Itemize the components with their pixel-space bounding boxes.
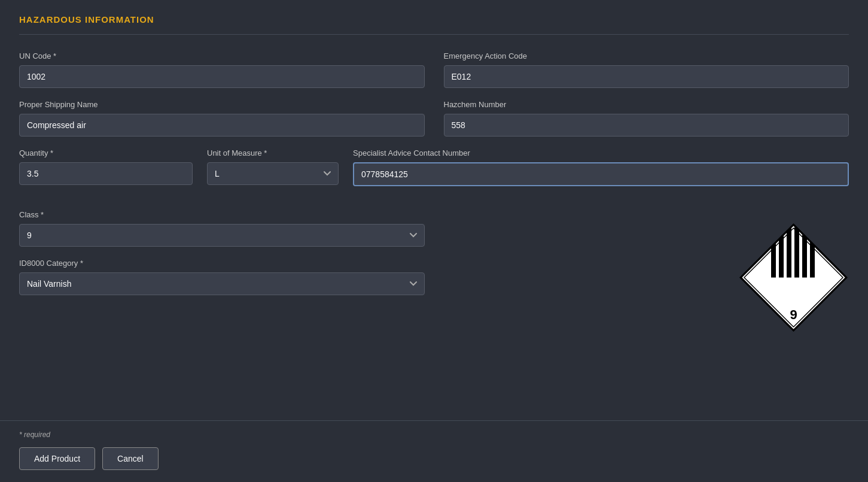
quantity-label: Quantity * (19, 148, 193, 157)
id8000-group: ID8000 Category * Nail Varnish Other (19, 259, 425, 295)
unit-of-measure-select[interactable]: L KG G (207, 162, 339, 185)
proper-shipping-name-input[interactable] (19, 114, 425, 137)
unit-of-measure-group: Unit of Measure * L KG G (207, 148, 339, 186)
quantity-input[interactable] (19, 162, 193, 185)
svg-rect-4 (771, 225, 776, 279)
un-code-group: UN Code * (19, 51, 425, 88)
id8000-select[interactable]: Nail Varnish Other (19, 272, 425, 295)
emergency-action-code-label: Emergency Action Code (444, 51, 849, 60)
hazchem-number-input[interactable] (444, 114, 849, 137)
specialist-advice-input[interactable] (353, 162, 849, 186)
main-container: HAZARDOUS INFORMATION UN Code * Emergenc… (0, 0, 868, 420)
proper-shipping-name-label: Proper Shipping Name (19, 100, 425, 109)
footer: * required Add Product Cancel (0, 420, 868, 482)
proper-shipping-name-group: Proper Shipping Name (19, 100, 425, 137)
divider (19, 34, 849, 35)
hazchem-number-group: Hazchem Number (444, 100, 849, 137)
cancel-button[interactable]: Cancel (102, 447, 159, 470)
class-id8000-col: Class * 9 1 2 3 4 5 6 7 8 ID8000 Categor… (19, 210, 425, 339)
class-select[interactable]: 9 1 2 3 4 5 6 7 8 (19, 224, 425, 247)
hazchem-number-label: Hazchem Number (444, 100, 849, 109)
unit-of-measure-label: Unit of Measure * (207, 148, 339, 157)
svg-rect-5 (779, 225, 784, 279)
row-shipping-hazchem: Proper Shipping Name Hazchem Number (19, 100, 849, 148)
emergency-action-code-input[interactable] (444, 65, 849, 88)
id8000-label: ID8000 Category * (19, 259, 425, 268)
row-quantity-measure-specialist: Quantity * Unit of Measure * L KG G Spec… (19, 148, 849, 198)
un-code-label: UN Code * (19, 51, 425, 60)
hazard-diamond-wrapper: 9 (738, 222, 849, 333)
button-row: Add Product Cancel (19, 447, 849, 470)
hazard-class-number: 9 (790, 307, 797, 322)
svg-rect-9 (810, 225, 815, 279)
required-note: * required (19, 431, 849, 439)
row-class-diamond: Class * 9 1 2 3 4 5 6 7 8 ID8000 Categor… (19, 210, 849, 339)
emergency-action-code-group: Emergency Action Code (444, 51, 849, 88)
add-product-button[interactable]: Add Product (19, 447, 95, 470)
class-label: Class * (19, 210, 425, 219)
quantity-group: Quantity * (19, 148, 193, 186)
un-code-input[interactable] (19, 65, 425, 88)
specialist-advice-label: Specialist Advice Contact Number (353, 148, 849, 157)
hazard-diamond-svg: 9 (738, 222, 849, 333)
specialist-advice-group: Specialist Advice Contact Number (353, 148, 849, 186)
row-un-emergency: UN Code * Emergency Action Code (19, 51, 849, 100)
hazard-diamond-panel: 9 (444, 210, 849, 339)
section-title: HAZARDOUS INFORMATION (19, 14, 849, 25)
class-group: Class * 9 1 2 3 4 5 6 7 8 (19, 210, 425, 247)
